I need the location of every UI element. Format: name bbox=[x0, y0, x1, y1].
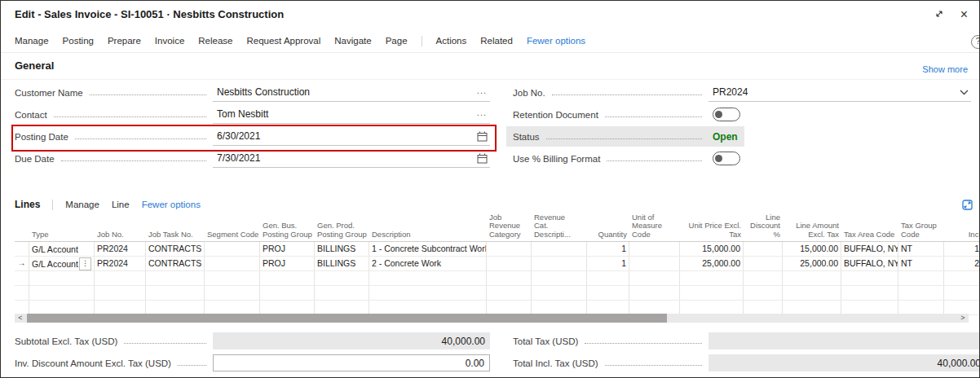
close-icon[interactable]: × bbox=[960, 10, 968, 20]
column-header-description[interactable]: Description bbox=[369, 213, 487, 241]
table-cell[interactable]: BUFFALO, NY bbox=[841, 242, 898, 256]
table-cell[interactable] bbox=[29, 286, 95, 300]
table-cell[interactable] bbox=[629, 286, 680, 300]
table-cell[interactable] bbox=[369, 271, 487, 285]
lines-tab[interactable]: Lines bbox=[15, 199, 40, 210]
table-cell[interactable] bbox=[744, 286, 783, 300]
table-cell[interactable] bbox=[841, 301, 898, 314]
table-cell[interactable]: 15,000.00 bbox=[944, 242, 979, 256]
table-cell[interactable]: PR2024 bbox=[95, 257, 146, 270]
table-cell[interactable] bbox=[532, 301, 587, 314]
scroll-right-icon[interactable]: > bbox=[957, 314, 969, 323]
table-cell[interactable]: 1 bbox=[587, 242, 629, 256]
column-header-job-no[interactable]: Job No. bbox=[95, 213, 146, 241]
table-cell[interactable] bbox=[95, 271, 146, 285]
table-cell[interactable] bbox=[532, 271, 587, 285]
table-cell[interactable] bbox=[260, 286, 315, 300]
calendar-icon[interactable] bbox=[477, 131, 490, 142]
table-cell[interactable] bbox=[680, 286, 744, 300]
table-cell[interactable] bbox=[146, 286, 205, 300]
column-header-line-amount-excl-tax[interactable]: Line AmountExcl. Tax bbox=[783, 213, 841, 241]
table-cell[interactable] bbox=[205, 271, 260, 285]
table-cell[interactable] bbox=[487, 242, 532, 256]
menu-item-request-approval[interactable]: Request Approval bbox=[246, 36, 320, 46]
column-header-tax-area-code[interactable]: Tax Area Code bbox=[841, 213, 898, 241]
column-header-gen-prod-posting-group[interactable]: Gen. Prod.Posting Group bbox=[315, 213, 369, 241]
assist-edit-icon[interactable]: ... bbox=[477, 86, 490, 99]
table-cell[interactable] bbox=[629, 257, 680, 270]
table-cell[interactable]: 1 - Concrete Subcontract Work bbox=[369, 242, 487, 256]
table-cell[interactable] bbox=[629, 301, 680, 314]
horizontal-scrollbar[interactable]: < > bbox=[15, 314, 969, 323]
table-cell[interactable]: NT bbox=[898, 257, 944, 270]
table-cell[interactable]: PR2024 bbox=[95, 242, 146, 256]
table-cell[interactable] bbox=[95, 286, 146, 300]
table-cell[interactable] bbox=[369, 286, 487, 300]
table-cell[interactable] bbox=[744, 257, 783, 270]
column-header-line-discount[interactable]: LineDiscount% bbox=[744, 213, 783, 241]
column-header-type[interactable]: Type bbox=[29, 213, 95, 241]
column-header-job-task-no[interactable]: Job Task No. bbox=[146, 213, 205, 241]
table-cell[interactable] bbox=[205, 301, 260, 314]
column-header-revenue-cat-descripti[interactable]: RevenueCat.Descripti... bbox=[532, 213, 587, 241]
table-cell[interactable] bbox=[260, 301, 315, 314]
column-header-quantity[interactable]: Quantity bbox=[587, 213, 629, 241]
assist-edit-icon[interactable]: ... bbox=[477, 108, 490, 121]
table-cell[interactable] bbox=[29, 271, 95, 285]
table-cell[interactable]: 15,000.00 bbox=[783, 242, 841, 256]
table-cell[interactable]: 1 bbox=[587, 257, 629, 270]
calendar-icon[interactable] bbox=[477, 153, 490, 164]
table-cell[interactable]: CONTRACTS bbox=[146, 242, 205, 256]
table-cell[interactable] bbox=[783, 286, 841, 300]
table-cell[interactable]: BILLINGS bbox=[315, 257, 369, 270]
menu-item-related[interactable]: Related bbox=[480, 36, 513, 46]
table-cell[interactable]: 25,000.00 bbox=[783, 257, 841, 270]
table-cell[interactable]: PROJ bbox=[260, 257, 315, 270]
restore-window-icon[interactable] bbox=[934, 7, 944, 22]
menu-item-prepare[interactable]: Prepare bbox=[108, 36, 141, 46]
column-header-tax-group-code[interactable]: Tax GroupCode bbox=[898, 213, 944, 241]
table-cell[interactable] bbox=[29, 301, 95, 314]
menu-item-manage[interactable]: Manage bbox=[15, 36, 49, 46]
table-cell[interactable] bbox=[205, 286, 260, 300]
table-cell[interactable]: G/L Account⋮ bbox=[29, 257, 95, 270]
table-cell[interactable] bbox=[587, 286, 629, 300]
table-cell[interactable] bbox=[487, 286, 532, 300]
table-cell[interactable] bbox=[205, 242, 260, 256]
table-cell[interactable]: G/L Account bbox=[29, 242, 95, 256]
table-cell[interactable] bbox=[315, 286, 369, 300]
table-cell[interactable] bbox=[944, 271, 979, 285]
table-cell[interactable]: BILLINGS bbox=[315, 242, 369, 256]
lines-fewer-options[interactable]: Fewer options bbox=[142, 200, 201, 209]
table-cell[interactable] bbox=[146, 271, 205, 285]
row-menu-icon[interactable]: ⋮ bbox=[79, 257, 91, 270]
table-cell[interactable] bbox=[944, 286, 979, 300]
field-customer-name[interactable]: Nesbitts Construction... bbox=[213, 83, 490, 102]
field-due-date[interactable]: 7/30/2021 bbox=[213, 149, 490, 168]
table-cell[interactable] bbox=[629, 271, 680, 285]
table-cell[interactable] bbox=[898, 301, 944, 314]
table-cell[interactable] bbox=[744, 301, 783, 314]
menu-item-invoice[interactable]: Invoice bbox=[155, 36, 184, 46]
column-header-unit-of-measure-code[interactable]: Unit ofMeasureCode bbox=[629, 213, 680, 241]
table-cell[interactable] bbox=[487, 301, 532, 314]
table-cell[interactable] bbox=[487, 271, 532, 285]
toggle-off[interactable] bbox=[713, 108, 740, 121]
table-cell[interactable] bbox=[744, 242, 783, 256]
table-cell[interactable] bbox=[315, 301, 369, 314]
toggle-off[interactable] bbox=[713, 152, 740, 165]
help-icon[interactable]: ? bbox=[971, 35, 980, 49]
column-header-job-revenue-category[interactable]: JobRevenueCategory bbox=[487, 213, 532, 241]
menu-item-page[interactable]: Page bbox=[386, 36, 408, 46]
table-cell[interactable] bbox=[260, 271, 315, 285]
table-cell[interactable] bbox=[841, 286, 898, 300]
table-cell[interactable] bbox=[898, 271, 944, 285]
table-cell[interactable] bbox=[898, 286, 944, 300]
table-cell[interactable] bbox=[146, 301, 205, 314]
table-cell[interactable]: 15,000.00 bbox=[680, 242, 744, 256]
field-retention-document[interactable] bbox=[709, 105, 971, 124]
column-header-segment-code[interactable]: Segment Code bbox=[205, 213, 260, 241]
table-cell[interactable]: 25,000.00 bbox=[680, 257, 744, 270]
column-header-amount-including-tax[interactable]: AmountIncluding Tax bbox=[944, 213, 979, 241]
table-cell[interactable] bbox=[783, 271, 841, 285]
